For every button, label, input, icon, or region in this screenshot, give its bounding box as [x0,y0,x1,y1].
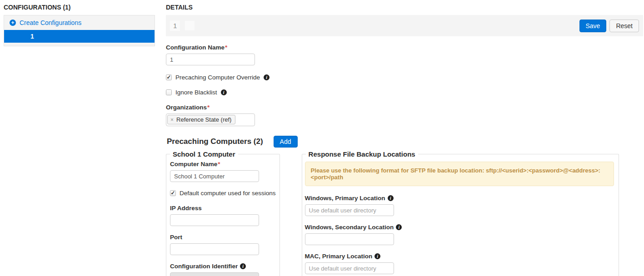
info-icon[interactable]: i [388,195,394,201]
sftp-format-alert: Please use the following format for SFTP… [305,162,614,186]
organization-tag: × Reference State (ref) [167,115,235,124]
mac-primary-label: MAC, Primary Location i [305,253,615,260]
default-computer-checkbox[interactable] [170,190,176,196]
backup-locations-legend: Response File Backup Locations [306,150,418,158]
precaching-override-checkbox[interactable] [166,74,172,80]
add-computer-button[interactable]: Add [274,136,298,148]
default-computer-row: Default computer used for sessions [170,190,276,197]
label-text: Windows, Secondary Location [305,224,394,231]
ip-address-label: IP Address [170,205,276,212]
configurations-title: CONFIGURATIONS (1) [4,4,155,11]
details-bar-box [185,21,195,30]
reset-button[interactable]: Reset [609,20,639,32]
windows-secondary-label: Windows, Secondary Location i [305,224,615,231]
ignore-blacklist-label: Ignore Blacklist [175,89,217,96]
form-columns: School 1 Computer Computer Name* Default… [166,150,643,276]
label-text: Port [170,234,182,241]
default-computer-label: Default computer used for sessions [180,190,276,197]
organizations-label: Organizations* [166,104,643,111]
remove-tag-icon[interactable]: × [170,117,174,123]
info-icon[interactable]: i [264,74,270,80]
configurations-list: + Create Configurations 1 [4,15,155,46]
page: CONFIGURATIONS (1) + Create Configuratio… [0,0,644,276]
organizations-tag-input[interactable]: × Reference State (ref) [166,113,255,126]
sidebar-item-configuration-1[interactable]: 1 [4,30,155,43]
windows-primary-input[interactable] [305,204,394,216]
computer-name-input[interactable] [170,170,259,182]
configuration-identifier-label: Configuration Identifier i [170,263,276,270]
configuration-form: Configuration Name* Precaching Computer … [166,36,643,276]
info-icon[interactable]: i [221,89,227,95]
label-text: MAC, Primary Location [305,253,373,260]
computer-fieldset: School 1 Computer Computer Name* Default… [166,150,280,276]
save-button[interactable]: Save [579,20,607,32]
port-input[interactable] [170,243,259,255]
configuration-name-group: Configuration Name* [166,44,643,65]
info-icon[interactable]: i [240,263,246,269]
configuration-identifier-group: Configuration Identifier i [170,263,276,276]
backup-locations-fieldset: Response File Backup Locations Please us… [302,150,619,276]
label-text: Configuration Name [166,44,225,51]
mac-primary-input[interactable] [305,262,394,274]
create-configurations-label: Create Configurations [20,19,81,26]
toolbar-buttons: Save Reset [579,20,639,32]
configuration-name-label: Configuration Name* [166,44,643,51]
windows-primary-group: Windows, Primary Location i [305,195,615,216]
ip-address-group: IP Address [170,205,276,226]
organization-tag-label: Reference State (ref) [176,116,231,123]
details-panel: DETAILS 1 Save Reset Configuration Name*… [155,4,643,276]
precaching-computers-header: Precaching Computers (2) Add [167,136,643,148]
details-title: DETAILS [166,4,643,11]
organizations-group: Organizations* × Reference State (ref) [166,104,643,126]
label-text: Computer Name [170,161,217,168]
info-icon[interactable]: i [396,224,402,230]
computer-legend: School 1 Computer [170,150,238,158]
mac-primary-group: MAC, Primary Location i [305,253,615,274]
precaching-override-label: Precaching Computer Override [175,74,260,81]
computer-name-group: Computer Name* [170,161,276,182]
details-bar-title: 1 [170,20,180,31]
label-text: Windows, Primary Location [305,195,385,202]
label-text: IP Address [170,205,202,212]
configurations-sidebar: CONFIGURATIONS (1) + Create Configuratio… [4,4,155,276]
port-label: Port [170,234,276,241]
plus-circle-icon: + [10,20,16,26]
required-marker: * [218,161,220,168]
windows-secondary-group: Windows, Secondary Location i [305,224,615,245]
precaching-override-row: Precaching Computer Override i [166,74,643,81]
create-configurations-button[interactable]: + Create Configurations [4,15,155,30]
label-text: Organizations [166,104,207,111]
windows-secondary-input[interactable] [305,233,394,245]
required-marker: * [207,104,210,111]
configuration-name-input[interactable] [166,54,255,65]
windows-primary-label: Windows, Primary Location i [305,195,615,202]
details-toolbar: 1 Save Reset [166,15,643,36]
info-icon[interactable]: i [374,253,380,259]
port-group: Port [170,234,276,255]
computer-name-label: Computer Name* [170,161,276,168]
configuration-identifier-input [170,272,259,276]
precaching-computers-heading: Precaching Computers (2) [167,137,263,146]
ignore-blacklist-checkbox[interactable] [166,89,172,95]
ignore-blacklist-row: Ignore Blacklist i [166,89,643,96]
required-marker: * [225,44,227,51]
label-text: Configuration Identifier [170,263,238,270]
ip-address-input[interactable] [170,214,259,226]
